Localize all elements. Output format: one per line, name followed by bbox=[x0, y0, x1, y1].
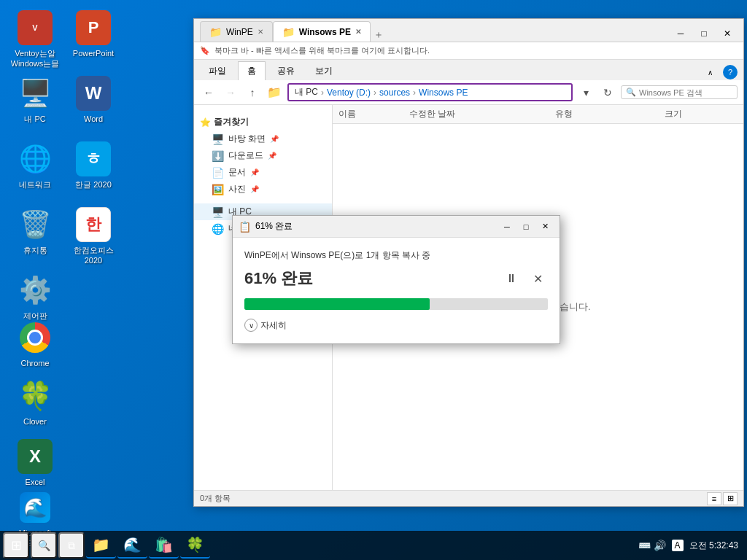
edge-taskbar-icon: 🌊 bbox=[123, 536, 142, 553]
desktop-icon-word[interactable]: W Word bbox=[64, 73, 123, 127]
desktop-icon-hangul[interactable]: ㅎ 한글 2020 bbox=[64, 139, 123, 192]
ribbon-tabs: 파일 홈 공유 보기 ∧ ? bbox=[194, 60, 743, 80]
help-button[interactable]: ? bbox=[723, 65, 738, 79]
back-button[interactable]: ← bbox=[200, 84, 217, 101]
pause-button[interactable]: ⏸ bbox=[501, 268, 522, 289]
desktop-icon-powerpoint[interactable]: P PowerPoint bbox=[64, 7, 123, 61]
pin-icon-4: 📌 bbox=[250, 185, 259, 193]
ribbon-tab-view[interactable]: 보기 bbox=[306, 62, 341, 80]
column-header: 이름 수정한 날짜 유형 크기 bbox=[333, 105, 743, 124]
refresh-button[interactable]: ↻ bbox=[599, 84, 616, 101]
taskbar-app-explorer[interactable]: 📁 bbox=[86, 532, 116, 559]
status-count: 0개 항목 bbox=[200, 493, 231, 504]
taskbar-time[interactable]: 오전 5:32:43 bbox=[689, 540, 738, 552]
ribbon-collapse[interactable]: ∧ bbox=[700, 64, 720, 80]
desktop: V Ventoy는알 Windows는믈 P PowerPoint 🖥️ 내 P… bbox=[0, 0, 747, 560]
tabs-bar: 📁 WinPE ✕ 📁 Winsows PE ✕ ＋ ─ □ ✕ bbox=[194, 19, 743, 42]
address-bar: ← → ↑ 📁 내 PC › Ventoy (D:) › sources › W… bbox=[194, 80, 743, 105]
desktop-icon-chrome[interactable]: Chrome bbox=[6, 317, 64, 371]
desktop-icon-control[interactable]: ⚙️ 제어판 bbox=[6, 270, 64, 324]
ribbon-tab-file[interactable]: 파일 bbox=[200, 62, 235, 80]
ppt-label: PowerPoint bbox=[73, 48, 114, 58]
tab-winsows-pe[interactable]: 📁 Winsows PE ✕ bbox=[273, 21, 371, 42]
ventoy-label: Ventoy는알 Windows는믈 bbox=[11, 48, 60, 69]
desktop-icon-clover[interactable]: 🍀 Clover bbox=[6, 376, 64, 429]
dialog-main-text: 61% 완료 ⏸ ✕ bbox=[244, 268, 548, 289]
ribbon-tab-share[interactable]: 공유 bbox=[268, 62, 303, 80]
tab-winsows-pe-close[interactable]: ✕ bbox=[355, 28, 361, 36]
dropdown-button[interactable]: ▾ bbox=[577, 84, 595, 101]
progress-bar-fill bbox=[244, 298, 430, 310]
bookmark-icon: 🔖 bbox=[200, 46, 210, 55]
word-label: Word bbox=[84, 114, 103, 124]
sidebar-favorites-header[interactable]: ⭐ 즐겨찾기 bbox=[194, 114, 332, 131]
dialog-title-bar: 📋 61% 완료 ─ □ ✕ bbox=[233, 216, 560, 238]
dialog-title: 61% 완료 bbox=[255, 220, 293, 233]
cancel-copy-button[interactable]: ✕ bbox=[527, 268, 548, 289]
sidebar-item-downloads[interactable]: ⬇️ 다운로드 📌 bbox=[194, 147, 332, 164]
search-icon: 🔍 bbox=[626, 88, 636, 97]
ventoy-icon-text: V bbox=[32, 23, 37, 32]
search-box[interactable]: 🔍 bbox=[621, 85, 738, 99]
status-bar: 0개 항목 ≡ ⊞ bbox=[194, 490, 743, 506]
forward-button[interactable]: → bbox=[222, 84, 239, 101]
favorites-section: ⭐ 즐겨찾기 🖥️ 바탕 화면 📌 ⬇️ 다운로드 📌 📄 bbox=[194, 111, 332, 201]
minimize-button[interactable]: ─ bbox=[670, 26, 691, 42]
trash-label: 휴지통 bbox=[23, 245, 47, 255]
pin-icon-2: 📌 bbox=[268, 152, 276, 160]
excel-label: Excel bbox=[26, 477, 45, 487]
desktop-icon-excel[interactable]: X Excel bbox=[6, 436, 64, 490]
tab-winpe[interactable]: 📁 WinPE ✕ bbox=[200, 21, 273, 42]
details-button[interactable]: ∨ 자세히 bbox=[244, 319, 287, 332]
up-button[interactable]: ↑ bbox=[244, 84, 261, 101]
dialog-minimize-button[interactable]: ─ bbox=[498, 219, 516, 234]
folder-icon: 📁 bbox=[209, 26, 222, 38]
desktop-icon-hancom[interactable]: 한 한컴오피스 2020 bbox=[64, 204, 123, 269]
new-tab-button[interactable]: ＋ bbox=[374, 28, 384, 42]
sidebar-item-pictures[interactable]: 🖼️ 사진 📌 bbox=[194, 181, 332, 198]
dialog-action-buttons: ⏸ ✕ bbox=[501, 268, 548, 289]
sidebar-item-desktop[interactable]: 🖥️ 바탕 화면 📌 bbox=[194, 131, 332, 147]
store-taskbar-icon: 🛍️ bbox=[155, 536, 173, 553]
folder-icon-active: 📁 bbox=[282, 26, 295, 38]
search-input[interactable] bbox=[639, 88, 734, 97]
view-tiles-button[interactable]: ⊞ bbox=[723, 492, 738, 505]
taskbar-app-store[interactable]: 🛍️ bbox=[149, 532, 179, 559]
pin-icon: 📌 bbox=[270, 135, 279, 143]
pin-icon-3: 📌 bbox=[250, 168, 259, 176]
ribbon-tab-home[interactable]: 홈 bbox=[238, 61, 266, 81]
hangul-label: 한글 2020 bbox=[75, 179, 112, 190]
desktop-icon-trash[interactable]: 🗑️ 휴지통 bbox=[6, 204, 64, 258]
dialog-maximize-button[interactable]: □ bbox=[517, 219, 535, 234]
taskbar-app-edge[interactable]: 🌊 bbox=[117, 532, 147, 559]
start-button[interactable]: ⊞ bbox=[3, 532, 29, 559]
tab-winpe-close[interactable]: ✕ bbox=[258, 28, 263, 36]
taskbar-right: ⌨️ 🔊 A 오전 5:32:43 bbox=[638, 540, 744, 552]
keyboard-lang-indicator[interactable]: A bbox=[672, 540, 684, 551]
desktop-icon-network[interactable]: 🌐 네트워크 bbox=[6, 139, 64, 192]
bookmark-bar: 🔖 북마크 바 - 빠른 액세스를 위해 북마크를 여기에 표시합니다. bbox=[194, 42, 743, 60]
dialog-controls: ─ □ ✕ bbox=[498, 219, 554, 234]
explorer-taskbar-icon: 📁 bbox=[92, 536, 110, 553]
desktop-icon-mypc[interactable]: 🖥️ 내 PC bbox=[6, 73, 64, 127]
progress-bar-background bbox=[244, 298, 548, 310]
clover-label: Clover bbox=[23, 416, 47, 427]
sidebar-item-documents[interactable]: 📄 문서 📌 bbox=[194, 164, 332, 181]
view-buttons: ≡ ⊞ bbox=[707, 492, 738, 505]
dialog-copy-icon: 📋 bbox=[239, 221, 251, 233]
mypc-label: 내 PC bbox=[24, 114, 45, 124]
view-details-button[interactable]: ≡ bbox=[707, 492, 721, 505]
progress-dialog: 📋 61% 완료 ─ □ ✕ WinPE에서 Winsows PE(으)로 1개… bbox=[232, 215, 560, 344]
address-path[interactable]: 내 PC › Ventoy (D:) › sources › Winsows P… bbox=[287, 83, 573, 101]
dialog-close-button[interactable]: ✕ bbox=[536, 219, 554, 234]
taskbar-app-clover[interactable]: 🍀 bbox=[180, 532, 210, 559]
taskbar: ⊞ 🔍 ⧉ 📁 🌊 🛍️ 🍀 ⌨️ 🔊 A 오전 5:32:43 bbox=[0, 531, 747, 560]
search-button[interactable]: 🔍 bbox=[31, 532, 57, 559]
hancom-label: 한컴오피스 2020 bbox=[74, 245, 114, 266]
close-button[interactable]: ✕ bbox=[717, 26, 738, 42]
task-view-button[interactable]: ⧉ bbox=[58, 532, 85, 559]
dialog-body: WinPE에서 Winsows PE(으)로 1개 항목 복사 중 61% 완료… bbox=[233, 238, 560, 343]
folder-nav-icon: 📁 bbox=[266, 84, 283, 101]
maximize-button[interactable]: □ bbox=[694, 26, 714, 42]
desktop-icon-ventoy[interactable]: V Ventoy는알 Windows는믈 bbox=[6, 7, 64, 72]
